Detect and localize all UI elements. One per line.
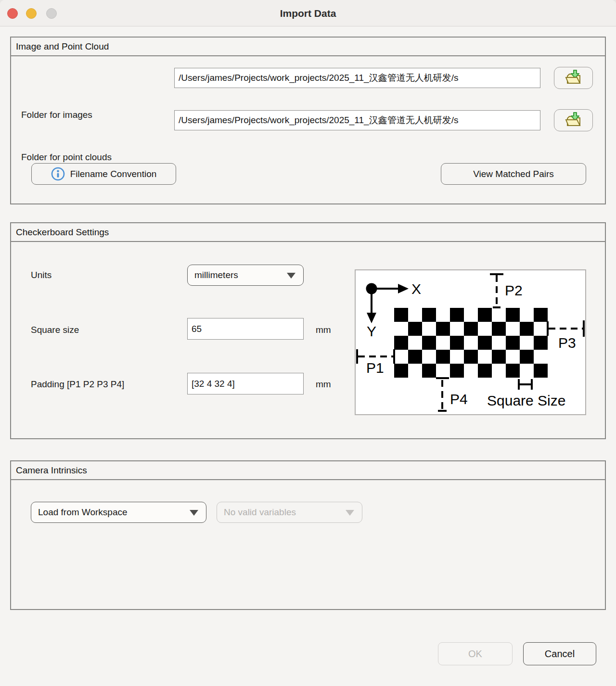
view-matched-pairs-label: View Matched Pairs — [473, 169, 554, 179]
y-axis-label: Y — [367, 323, 376, 339]
padding-input[interactable] — [187, 373, 304, 394]
zoom-button — [46, 8, 57, 19]
square-size-diagram-label: Square Size — [487, 393, 565, 408]
chevron-down-icon — [190, 510, 198, 516]
square-size-input[interactable] — [187, 318, 304, 340]
filename-convention-button[interactable]: Filename Convention — [31, 163, 176, 185]
intrinsics-source-value: Load from Workspace — [38, 507, 128, 518]
checkerboard-settings-section: Checkerboard Settings Units millimeters … — [10, 222, 606, 439]
units-label: Units — [31, 270, 51, 280]
origin-dot — [366, 283, 377, 294]
square-size-label: Square size — [31, 325, 79, 335]
browse-images-button[interactable] — [554, 67, 593, 89]
section-title-camera-intrinsics: Camera Intrinsics — [11, 461, 605, 480]
units-dropdown-value: millimeters — [194, 270, 238, 280]
view-matched-pairs-button[interactable]: View Matched Pairs — [441, 163, 586, 185]
checkerboard-diagram-svg: X Y P2 P3 P1 — [356, 270, 585, 414]
folder-images-label: Folder for images — [21, 110, 92, 120]
camera-intrinsics-section: Camera Intrinsics Load from Workspace No… — [10, 460, 606, 610]
cancel-button-label: Cancel — [545, 648, 575, 660]
minimize-button[interactable] — [26, 8, 37, 19]
padding-unit: mm — [316, 379, 331, 390]
ok-button: OK — [438, 642, 513, 665]
intrinsics-variables-dropdown: No valid variables — [217, 502, 362, 523]
p1-label: P1 — [366, 360, 384, 376]
import-data-dialog: Import Data Image and Point Cloud Folder… — [0, 0, 616, 686]
folder-pointclouds-label: Folder for point clouds — [21, 152, 112, 163]
folder-images-input[interactable] — [174, 68, 540, 88]
filename-convention-label: Filename Convention — [70, 169, 157, 179]
folder-pointclouds-input[interactable] — [174, 110, 540, 130]
intrinsics-source-dropdown[interactable]: Load from Workspace — [31, 502, 206, 523]
checkerboard-diagram: X Y P2 P3 P1 — [355, 269, 586, 415]
square-size-unit: mm — [316, 325, 331, 335]
info-icon — [51, 167, 65, 181]
image-point-cloud-section: Image and Point Cloud Folder for images … — [10, 37, 606, 204]
intrinsics-variables-value: No valid variables — [224, 507, 296, 518]
x-axis-arrowhead — [398, 284, 409, 293]
window-title: Import Data — [0, 0, 616, 26]
titlebar: Import Data — [0, 0, 616, 26]
padding-label: Padding [P1 P2 P3 P4] — [31, 379, 124, 390]
p3-label: P3 — [558, 335, 576, 351]
ok-button-label: OK — [468, 648, 482, 660]
checkerboard-squares — [394, 308, 548, 378]
p4-label: P4 — [450, 391, 468, 407]
open-folder-icon — [564, 111, 584, 129]
cancel-button[interactable]: Cancel — [523, 642, 596, 665]
section-title-image-point-cloud: Image and Point Cloud — [11, 38, 605, 56]
chevron-down-icon — [346, 510, 354, 516]
close-button[interactable] — [7, 8, 18, 19]
open-folder-icon — [564, 69, 584, 87]
chevron-down-icon — [287, 273, 295, 279]
y-axis-arrowhead — [367, 313, 376, 323]
x-axis-label: X — [411, 281, 421, 297]
section-title-checkerboard: Checkerboard Settings — [11, 223, 605, 242]
p2-label: P2 — [505, 282, 523, 298]
units-dropdown[interactable]: millimeters — [187, 265, 304, 286]
browse-pointclouds-button[interactable] — [554, 109, 593, 131]
